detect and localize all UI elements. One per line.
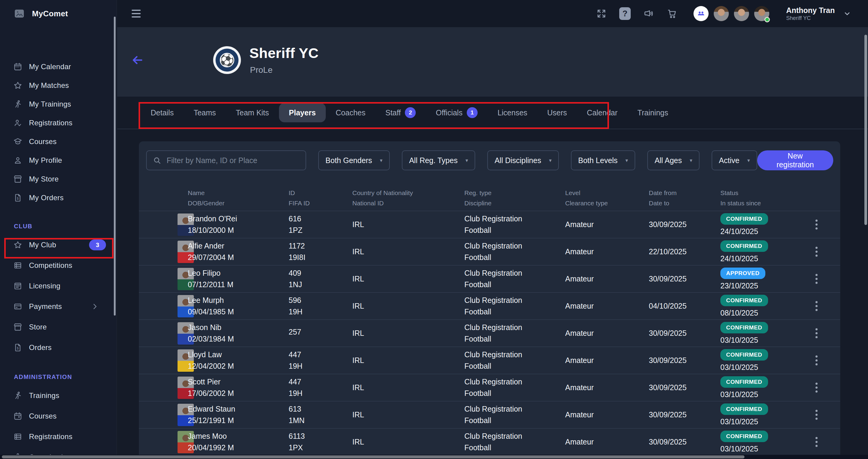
sidebar-item-label: My Matches xyxy=(29,81,69,90)
announcement-icon[interactable] xyxy=(643,8,654,19)
player-country: IRL xyxy=(352,247,464,256)
filter-dropdown-active[interactable]: Active ▾ xyxy=(712,150,757,170)
back-button[interactable] xyxy=(130,53,144,67)
storefront-icon xyxy=(13,175,22,184)
sidebar-item-competitions[interactable]: Competitions xyxy=(0,255,115,276)
svg-text:$: $ xyxy=(17,196,19,200)
table-column-header: Level Clearance type xyxy=(565,189,649,207)
sidebar-item-trainings[interactable]: Trainings xyxy=(0,385,115,406)
row-actions-menu[interactable] xyxy=(813,407,820,422)
player-fifa-id: 19H xyxy=(289,307,352,316)
table-row[interactable]: Scott Pier 17/06/2002 M 447 19H IRL Club… xyxy=(139,374,840,401)
status-badge: CONFIRMED xyxy=(720,295,768,306)
sidebar-item-my-store[interactable]: My Store xyxy=(0,170,115,188)
dropdown-value: Active xyxy=(719,156,739,165)
row-actions-menu[interactable] xyxy=(813,434,820,449)
sidebar-scrollbar[interactable] xyxy=(114,17,116,315)
group-avatar[interactable] xyxy=(693,6,709,21)
column-header-line2: In status since xyxy=(720,199,793,207)
cart-icon[interactable] xyxy=(666,8,678,19)
tab-label: Officials xyxy=(436,109,462,117)
row-actions-menu[interactable] xyxy=(813,353,820,368)
row-actions-menu[interactable] xyxy=(813,299,820,313)
table-row[interactable]: Alfie Ander 29/07/2004 M 1172 19I8I IRL … xyxy=(139,238,840,265)
vertical-scrollbar[interactable] xyxy=(864,35,867,225)
tab-players[interactable]: Players xyxy=(279,103,326,122)
table-row[interactable]: Leo Filipo 07/12/2011 M 409 1NJ IRL Club… xyxy=(139,265,840,292)
tab-licenses[interactable]: Licenses xyxy=(488,103,537,122)
player-dob-gender: 07/12/2011 M xyxy=(188,280,289,289)
sidebar-item-my-trainings[interactable]: My Trainings xyxy=(0,95,115,114)
tab-calendar[interactable]: Calendar xyxy=(577,103,627,122)
registration-type: Club Registration xyxy=(464,405,565,414)
sidebar-item-my-orders[interactable]: $ My Orders xyxy=(0,188,115,207)
date-from: 30/09/2025 xyxy=(649,410,720,419)
player-name: Edward Staun xyxy=(188,405,289,414)
tab-coaches[interactable]: Coaches xyxy=(326,103,376,122)
tab-label: Details xyxy=(151,109,174,117)
status-badge: CONFIRMED xyxy=(720,213,768,225)
table-row[interactable]: Jason Nib 02/03/1984 M 257 IRL Club Regi… xyxy=(139,319,840,347)
sidebar-item-payments[interactable]: Payments xyxy=(0,296,115,317)
player-id: 613 xyxy=(289,405,352,414)
filter-dropdown-all-ages[interactable]: All Ages ▾ xyxy=(647,150,700,170)
tab-users[interactable]: Users xyxy=(537,103,577,122)
player-fifa-id: 19H xyxy=(289,389,352,398)
row-actions-menu[interactable] xyxy=(813,326,820,341)
chevron-down-icon[interactable] xyxy=(843,10,851,18)
table-row[interactable]: Brandon O'Rei 18/10/2000 M 616 1PZ IRL C… xyxy=(139,211,840,238)
tab-team-kits[interactable]: Team Kits xyxy=(226,103,279,122)
sidebar-item-my-profile[interactable]: My Profile xyxy=(0,151,115,170)
tab-officials[interactable]: Officials 1 xyxy=(426,103,487,122)
sidebar-item-label: My Calendar xyxy=(29,62,71,71)
registration-type: Club Registration xyxy=(464,432,565,440)
tab-trainings[interactable]: Trainings xyxy=(627,103,678,122)
filter-dropdown-both-levels[interactable]: Both Levels ▾ xyxy=(571,150,635,170)
table-row[interactable]: James Moo 20/04/1992 M 6113 1PX IRL Club… xyxy=(139,428,840,455)
sidebar-item-label: Courses xyxy=(29,137,57,146)
avatar-3[interactable] xyxy=(754,6,769,21)
user-menu[interactable]: Anthony Tran Sheriff YC xyxy=(786,6,851,22)
sidebar-item-my-club[interactable]: My Club 3 xyxy=(0,235,115,255)
row-actions-menu[interactable] xyxy=(813,380,820,395)
registration-type: Club Registration xyxy=(464,214,565,223)
sidebar-item-licensing[interactable]: Licensing xyxy=(0,276,115,296)
fullscreen-icon[interactable] xyxy=(596,8,607,19)
search-field[interactable] xyxy=(146,150,306,170)
menu-toggle-button[interactable] xyxy=(132,10,141,18)
date-from: 04/10/2025 xyxy=(649,302,720,310)
sidebar-item-label: Trainings xyxy=(29,391,60,400)
table-row[interactable]: Edward Staun 25/12/1991 M 613 1MN IRL Cl… xyxy=(139,401,840,428)
sidebar-item-my-matches[interactable]: My Matches xyxy=(0,76,115,95)
horizontal-scrollbar[interactable] xyxy=(0,455,868,459)
row-actions-menu[interactable] xyxy=(813,244,820,259)
player-fifa-id: 1PZ xyxy=(289,226,352,235)
help-icon[interactable]: ? xyxy=(619,7,631,20)
sidebar-item-store[interactable]: Store xyxy=(0,317,115,337)
search-input[interactable] xyxy=(166,156,300,165)
chevron-down-icon: ▾ xyxy=(747,157,750,164)
tab-teams[interactable]: Teams xyxy=(184,103,226,122)
sidebar-item-my-calendar[interactable]: My Calendar xyxy=(0,57,115,76)
filter-dropdown-all-disciplines[interactable]: All Disciplines ▾ xyxy=(487,150,559,170)
table-row[interactable]: Lee Murph 09/04/1985 M 596 19H IRL Club … xyxy=(139,292,840,319)
tab-details[interactable]: Details xyxy=(141,103,184,122)
sidebar-item-orders[interactable]: $ Orders xyxy=(0,337,115,358)
row-actions-menu[interactable] xyxy=(813,272,820,286)
column-header-line1: Name xyxy=(188,189,289,197)
sidebar-item-courses[interactable]: Courses xyxy=(0,132,115,151)
avatar-1[interactable] xyxy=(714,6,729,21)
player-name: Brandon O'Rei xyxy=(188,214,289,223)
tab-staff[interactable]: Staff 2 xyxy=(375,103,426,122)
date-from: 30/09/2025 xyxy=(649,275,720,283)
row-actions-menu[interactable] xyxy=(813,217,820,232)
sidebar-item-registrations[interactable]: Registrations xyxy=(0,426,115,447)
filter-dropdown-all-reg-types[interactable]: All Reg. Types ▾ xyxy=(402,150,475,170)
table-row[interactable]: Lloyd Law 12/04/2002 M 447 19H IRL Club … xyxy=(139,347,840,374)
filter-dropdown-both-genders[interactable]: Both Genders ▾ xyxy=(318,150,390,170)
sidebar-item-registrations[interactable]: Registrations xyxy=(0,114,115,132)
sidebar-item-label: Payments xyxy=(29,302,62,311)
avatar-2[interactable] xyxy=(734,6,749,21)
new-registration-button[interactable]: New registration xyxy=(757,150,833,170)
sidebar-item-courses[interactable]: Courses xyxy=(0,406,115,426)
